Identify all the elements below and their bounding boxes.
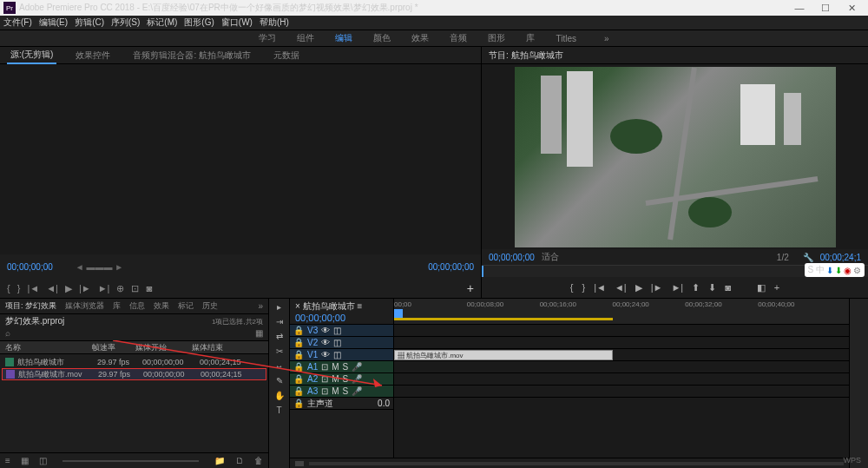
workspace-tab[interactable]: 学习: [259, 32, 276, 44]
extract-button[interactable]: ⬇: [708, 282, 716, 293]
mark-in-button[interactable]: {: [570, 282, 574, 293]
timeline-tc[interactable]: 00;00;00;00: [295, 313, 388, 323]
workspace-overflow[interactable]: »: [604, 34, 609, 43]
project-tab[interactable]: 媒体浏览器: [65, 300, 104, 312]
clear-icon[interactable]: 🗑: [254, 456, 263, 465]
video-track-header[interactable]: 🔒V3👁◫: [290, 325, 393, 337]
project-row[interactable]: 航拍鸟瞰城市.mov29.97 fps00;00;00;0000;00;24;1…: [2, 368, 266, 380]
export-frame-button[interactable]: ◙: [725, 282, 731, 293]
project-row[interactable]: 航拍鸟瞰城市29.97 fps00;00;00;0000;00;24;15: [2, 356, 266, 368]
pen-tool[interactable]: ✎: [276, 376, 283, 386]
search-icon[interactable]: ⌕: [5, 328, 10, 338]
source-tab[interactable]: 源:(无剪辑): [7, 47, 56, 64]
play-button[interactable]: ▶: [65, 283, 72, 294]
audio-track-header[interactable]: 🔒A3⊡MS🎤: [290, 386, 393, 398]
source-tc-left[interactable]: 00;00;00;00: [7, 262, 53, 272]
project-tab[interactable]: 标记: [178, 300, 194, 312]
maximize-button[interactable]: ☐: [812, 3, 838, 14]
project-tab[interactable]: 效果: [154, 300, 169, 312]
program-monitor[interactable]: [482, 64, 868, 249]
track-lanes[interactable]: ▦ 航拍鸟瞰城市.mov: [394, 325, 849, 458]
workspace-tab[interactable]: 组件: [297, 32, 314, 44]
bin-icon[interactable]: ▦: [255, 328, 263, 338]
project-tab[interactable]: 项目: 梦幻效果: [5, 300, 56, 312]
wrench-icon[interactable]: 🔧: [803, 253, 813, 262]
ime-indicator[interactable]: S 中 ⬇⬇◉⚙: [805, 263, 865, 277]
prev-edit-button[interactable]: |◄: [594, 282, 606, 293]
new-bin-icon[interactable]: 📁: [214, 456, 225, 465]
step-back-button[interactable]: ◄|: [46, 283, 58, 293]
insert-button[interactable]: ⊕: [116, 283, 124, 294]
menu-item[interactable]: 帮助(H): [260, 16, 289, 29]
menu-item[interactable]: 图形(G): [184, 16, 214, 29]
type-tool[interactable]: T: [276, 405, 281, 415]
hand-tool[interactable]: ✋: [274, 391, 285, 400]
workspace-tab[interactable]: 效果: [411, 32, 429, 44]
workspace-tab[interactable]: 库: [526, 32, 535, 44]
freeform-view-icon[interactable]: ◫: [39, 456, 47, 465]
slip-tool[interactable]: ↔: [275, 361, 284, 371]
export-frame-button[interactable]: ◙: [146, 283, 152, 293]
mark-out-button[interactable]: }: [582, 282, 585, 293]
menu-item[interactable]: 窗口(W): [221, 16, 253, 29]
audio-track-header[interactable]: 🔒A1⊡MS🎤: [290, 361, 393, 373]
timeline-ruler[interactable]: 00;0000;00;08;0000;00;16;0000;00;24;0000…: [394, 299, 849, 324]
project-tab[interactable]: 历史: [202, 300, 218, 312]
mark-in-button[interactable]: {: [7, 283, 10, 293]
plus-button[interactable]: +: [774, 282, 779, 293]
next-button[interactable]: ►|: [98, 283, 110, 293]
lift-button[interactable]: ⬆: [692, 282, 700, 293]
video-track-lane[interactable]: [394, 325, 849, 337]
next-edit-button[interactable]: ►|: [671, 282, 683, 293]
program-tc-left[interactable]: 00;00;00;00: [489, 253, 535, 262]
workspace-tab[interactable]: 颜色: [373, 32, 391, 44]
comparison-button[interactable]: ◧: [757, 282, 766, 293]
menu-item[interactable]: 文件(F): [3, 16, 32, 29]
zoom-dropdown[interactable]: 1/2: [777, 253, 789, 262]
menu-item[interactable]: 剪辑(C): [75, 16, 104, 29]
mark-out-button[interactable]: }: [17, 283, 21, 293]
step-back-button[interactable]: ◄|: [615, 282, 627, 293]
video-track-header[interactable]: 🔒V2👁◫: [290, 337, 393, 349]
video-track-header[interactable]: 🔒V1👁◫: [290, 349, 393, 361]
project-tab[interactable]: 信息: [129, 300, 145, 312]
program-playhead[interactable]: [482, 266, 483, 277]
source-tab[interactable]: 音频剪辑混合器: 航拍鸟瞰城市: [129, 48, 254, 63]
timeline-playhead[interactable]: [394, 309, 403, 318]
source-tab[interactable]: 效果控件: [72, 48, 114, 63]
zoom-out-icon[interactable]: [295, 461, 304, 466]
menu-item[interactable]: 标记(M): [147, 16, 177, 29]
timeline-zoom-slider[interactable]: [309, 462, 844, 465]
track-select-tool[interactable]: ⇥: [276, 317, 283, 326]
overflow-icon[interactable]: »: [258, 301, 263, 311]
minimize-button[interactable]: —: [786, 3, 812, 13]
icon-view-icon[interactable]: ▦: [21, 456, 29, 465]
add-button[interactable]: +: [467, 281, 474, 295]
list-view-icon[interactable]: ≡: [5, 456, 10, 465]
audio-track-header[interactable]: 🔒A2⊡MS🎤: [290, 373, 393, 386]
workspace-tab[interactable]: Titles: [556, 34, 576, 43]
overwrite-button[interactable]: ⊡: [131, 283, 139, 294]
program-tab[interactable]: 节目: 航拍鸟瞰城市: [489, 49, 563, 62]
workspace-tab[interactable]: 音频: [450, 32, 467, 44]
ripple-tool[interactable]: ⇄: [276, 332, 283, 341]
menu-item[interactable]: 序列(S): [111, 16, 140, 29]
menu-item[interactable]: 编辑(E): [39, 16, 68, 29]
work-area-bar[interactable]: [394, 318, 613, 320]
master-track-header[interactable]: 🔒主声道0.0: [290, 398, 393, 410]
zoom-slider[interactable]: [62, 460, 199, 462]
video-track-lane[interactable]: [394, 337, 849, 349]
audio-track-lane[interactable]: [394, 386, 849, 398]
fit-dropdown[interactable]: 适合: [542, 251, 559, 263]
workspace-tab[interactable]: 图形: [488, 32, 505, 44]
razor-tool[interactable]: ✂: [276, 346, 283, 356]
audio-track-lane[interactable]: [394, 373, 849, 386]
step-fwd-button[interactable]: |►: [651, 282, 663, 293]
project-tab[interactable]: 库: [113, 300, 121, 312]
workspace-tab[interactable]: 编辑: [335, 32, 352, 44]
selection-tool[interactable]: ▸: [277, 302, 281, 312]
audio-track-lane[interactable]: [394, 361, 849, 373]
video-track-lane[interactable]: ▦ 航拍鸟瞰城市.mov: [394, 349, 849, 361]
play-button[interactable]: ▶: [635, 282, 642, 293]
video-clip[interactable]: ▦ 航拍鸟瞰城市.mov: [394, 350, 613, 360]
